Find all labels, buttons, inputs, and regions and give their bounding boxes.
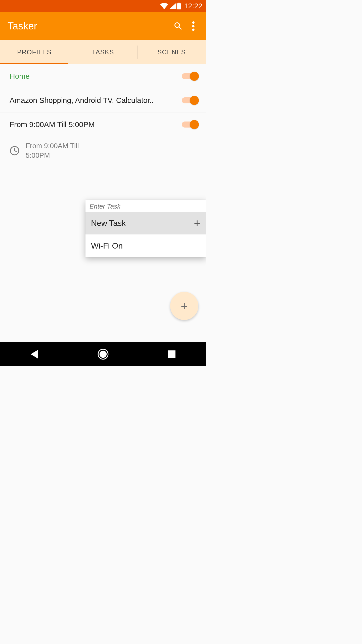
profile-toggle[interactable] bbox=[182, 72, 198, 81]
profile-label: From 9:00AM Till 5:00PM bbox=[10, 120, 182, 129]
search-button[interactable] bbox=[171, 19, 186, 34]
tab-label: PROFILES bbox=[17, 48, 52, 56]
svg-point-1 bbox=[192, 25, 195, 27]
tab-bar: PROFILES TASKS SCENES bbox=[0, 40, 206, 64]
nav-bar bbox=[0, 342, 206, 366]
popup-item-wifi-on[interactable]: Wi-Fi On bbox=[85, 234, 206, 257]
profile-label: Home bbox=[10, 72, 182, 80]
profile-toggle[interactable] bbox=[182, 96, 198, 105]
profile-detail-row[interactable]: From 9:00AM Till 5:00PM bbox=[0, 137, 206, 165]
popup-item-label: New Task bbox=[91, 219, 126, 228]
plus-icon: + bbox=[181, 299, 188, 313]
tab-label: TASKS bbox=[92, 48, 114, 56]
status-bar: 12:22 bbox=[0, 0, 206, 12]
profile-list: Home Amazon Shopping, Android TV, Calcul… bbox=[0, 64, 206, 342]
popup-item-label: Wi-Fi On bbox=[91, 241, 123, 251]
profile-toggle[interactable] bbox=[182, 120, 198, 129]
tab-tasks[interactable]: TASKS bbox=[69, 40, 137, 64]
fab-add[interactable]: + bbox=[170, 292, 198, 320]
tab-label: SCENES bbox=[157, 48, 186, 56]
add-icon: + bbox=[194, 218, 200, 229]
home-icon bbox=[98, 349, 109, 360]
profile-label: Amazon Shopping, Android TV, Calculator.… bbox=[10, 96, 182, 105]
status-time: 12:22 bbox=[184, 2, 202, 10]
svg-point-5 bbox=[99, 351, 107, 358]
toggle-thumb bbox=[190, 96, 199, 105]
tab-profiles[interactable]: PROFILES bbox=[0, 40, 69, 64]
popup-item-new-task[interactable]: New Task + bbox=[85, 212, 206, 234]
screen: 12:22 Tasker PROFILES TASKS SCENES Home … bbox=[0, 0, 206, 366]
svg-point-0 bbox=[192, 21, 195, 24]
tab-scenes[interactable]: SCENES bbox=[137, 40, 206, 64]
back-icon bbox=[30, 350, 39, 359]
profile-row-home[interactable]: Home bbox=[0, 64, 206, 88]
clock-icon bbox=[10, 146, 20, 156]
more-vert-icon bbox=[192, 21, 195, 31]
app-title: Tasker bbox=[8, 20, 171, 32]
overflow-menu-button[interactable] bbox=[186, 19, 201, 34]
nav-back-button[interactable] bbox=[26, 345, 43, 363]
profile-row-time[interactable]: From 9:00AM Till 5:00PM bbox=[0, 112, 206, 137]
app-bar: Tasker bbox=[0, 12, 206, 40]
wifi-icon bbox=[160, 3, 168, 9]
toggle-thumb bbox=[190, 120, 199, 129]
status-icons bbox=[160, 3, 181, 10]
nav-recent-button[interactable] bbox=[163, 345, 180, 363]
search-icon bbox=[173, 21, 183, 31]
battery-icon bbox=[177, 3, 181, 10]
svg-rect-6 bbox=[168, 350, 175, 358]
cellular-icon bbox=[169, 3, 176, 9]
svg-point-2 bbox=[192, 28, 195, 31]
toggle-thumb bbox=[190, 72, 199, 81]
nav-home-button[interactable] bbox=[94, 345, 112, 363]
profile-row-apps[interactable]: Amazon Shopping, Android TV, Calculator.… bbox=[0, 88, 206, 112]
popup-title: Enter Task bbox=[85, 200, 206, 212]
recent-icon bbox=[168, 350, 175, 358]
enter-task-popup: Enter Task New Task + Wi-Fi On bbox=[85, 200, 206, 257]
profile-detail-text: From 9:00AM Till 5:00PM bbox=[26, 141, 91, 160]
